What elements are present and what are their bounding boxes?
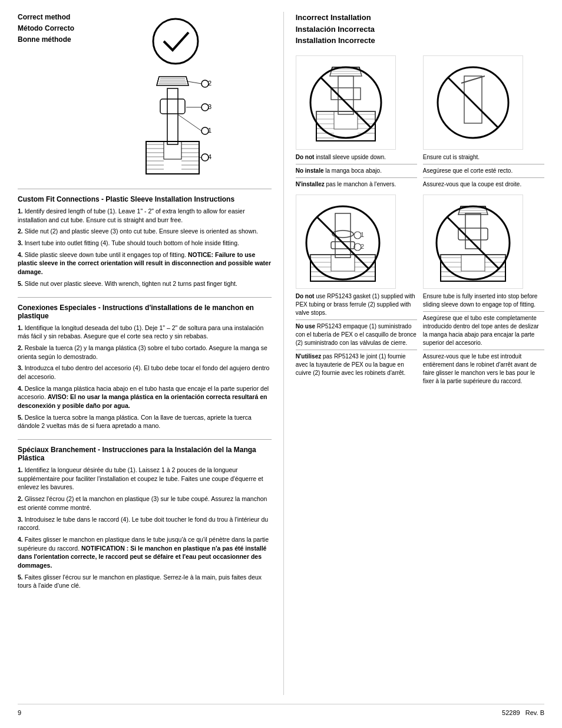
incorrect-item-upside-down: Do not install sleeve upside down. No in… — [296, 55, 417, 189]
spanish-instructions-title: Conexiones Especiales - Instructions d'i… — [18, 304, 272, 320]
gasket-svg: 1 2 — [299, 196, 393, 287]
english-step-2: 2. Slide nut (2) and plastic sleeve (3) … — [18, 227, 272, 236]
spanish-step-5: 5. Deslice la tuerca sobre la manga plás… — [18, 413, 272, 430]
french-step-1: 1. Identifiez la longueur désirée du tub… — [18, 466, 272, 492]
spanish-step-1: 1. Identifique la longitud deseada del t… — [18, 324, 272, 341]
upside-down-caption: Do not install sleeve upside down. No in… — [296, 153, 417, 189]
english-step-4: 4. Slide plastic sleeve down tube until … — [18, 251, 272, 276]
french-step-3: 3. Introduisez le tube dans le raccord (… — [18, 515, 272, 532]
spanish-step-4: 4. Deslice la manga plástica hacia abajo… — [18, 384, 272, 410]
cut-caption: Ensure cut is straight. Asegúrese que el… — [423, 153, 544, 189]
english-step-5: 5. Slide nut over plastic sleeve. With w… — [18, 279, 272, 288]
right-panel: Incorrect Installation Instalación Incor… — [284, 12, 544, 695]
correct-method-label-fr: Bonne méthode — [18, 34, 74, 45]
page-footer: 9 52289 Rev. B — [18, 704, 544, 716]
page: Correct method Método Correcto Bonne mét… — [0, 0, 562, 728]
english-instructions: Custom Fit Connections - Plastic Sleeve … — [18, 195, 272, 288]
main-content: Correct method Método Correcto Bonne mét… — [18, 12, 544, 695]
incorrect-item-gasket: 1 2 Do not — [296, 195, 417, 386]
cut-straight-svg — [429, 58, 517, 147]
french-step-2: 2. Glissez l'écrou (2) et la manchon en … — [18, 495, 272, 512]
divider-en-es — [18, 297, 272, 298]
incorrect-diagram-upside-down — [296, 55, 396, 150]
incorrect-diagram-tube-inserted — [423, 195, 523, 289]
svg-line-34 — [187, 81, 201, 84]
left-panel: Correct method Método Correcto Bonne mét… — [18, 12, 284, 695]
spanish-step-3: 3. Introduzca el tubo dentro del accesor… — [18, 364, 272, 381]
french-step-4: 4. Faites glisser le manchon en plastiqu… — [18, 535, 272, 570]
incorrect-title-line2: Instalación Incorrecta — [296, 24, 544, 35]
divider-es-fr — [18, 439, 272, 440]
incorrect-diagram-gasket: 1 2 — [296, 195, 396, 289]
incorrect-item-tube-inserted: Ensure tube is fully inserted into stop … — [423, 195, 544, 386]
spanish-instructions: Conexiones Especiales - Instructions d'i… — [18, 304, 272, 431]
french-instructions-title: Spéciaux Branchement - Instrucciones par… — [18, 446, 272, 462]
incorrect-item-cut: Ensure cut is straight. Asegúrese que el… — [423, 55, 544, 189]
english-instructions-title: Custom Fit Connections - Plastic Sleeve … — [18, 195, 272, 203]
english-step-1: 1. Identify desired length of tube (1). … — [18, 207, 272, 224]
spanish-steps-list: 1. Identifique la longitud deseada del t… — [18, 324, 272, 431]
french-step-5: 5. Faites glisser l'écrou sur le manchon… — [18, 573, 272, 590]
french-instructions: Spéciaux Branchement - Instrucciones par… — [18, 446, 272, 590]
svg-line-14 — [157, 77, 159, 85]
spanish-step-2: 2. Resbale la tuerca (2) y la manga plás… — [18, 344, 272, 361]
upside-down-svg — [302, 58, 390, 147]
incorrect-installation-title: Incorrect Installation Instalación Incor… — [296, 12, 544, 47]
page-number: 9 — [18, 709, 21, 716]
tube-inserted-caption: Ensure tube is fully inserted into stop … — [423, 292, 544, 386]
svg-line-36 — [178, 115, 201, 131]
svg-rect-12 — [160, 99, 185, 114]
incorrect-title-line3: Installation Incorrecte — [296, 35, 544, 47]
divider-correct-instructions — [18, 189, 272, 189]
correct-installation-diagram: 2 3 1 4 — [111, 12, 240, 183]
correct-method-label-en: Correct method — [18, 12, 74, 23]
doc-info: 52289 Rev. B — [502, 709, 544, 716]
correct-method-diagram-area: 2 3 1 4 — [80, 12, 272, 183]
incorrect-diagram-cut — [423, 55, 523, 150]
english-step-3: 3. Insert tube into outlet fitting (4). … — [18, 239, 272, 248]
correct-method-section: Correct method Método Correcto Bonne mét… — [18, 12, 272, 183]
tube-inserted-svg — [429, 196, 517, 287]
correct-method-labels: Correct method Método Correcto Bonne mét… — [18, 12, 74, 46]
gasket-caption: Do not use RP51243 gasket (1) supplied w… — [296, 292, 417, 377]
svg-rect-11 — [167, 88, 178, 144]
svg-line-15 — [186, 77, 189, 85]
french-steps-list: 1. Identifiez la longueur désirée du tub… — [18, 466, 272, 590]
incorrect-title-line1: Incorrect Installation — [296, 12, 544, 24]
svg-marker-13 — [157, 77, 189, 85]
english-steps-list: 1. Identify desired length of tube (1). … — [18, 207, 272, 288]
incorrect-diagrams-grid: Do not install sleeve upside down. No in… — [296, 55, 544, 386]
correct-method-label-es: Método Correcto — [18, 23, 74, 34]
svg-point-0 — [153, 19, 198, 64]
